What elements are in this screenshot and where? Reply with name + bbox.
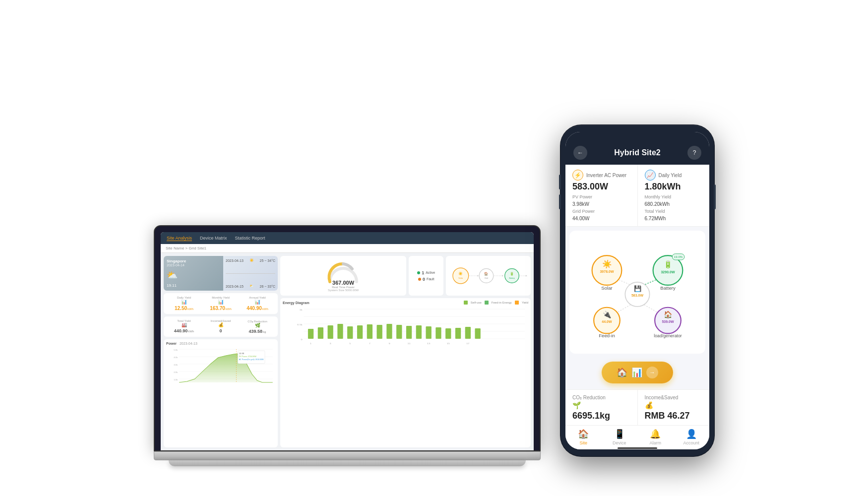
svg-text:5.0k: 5.0k (174, 349, 178, 351)
power-chart-card: Power 2023-04-13 (164, 339, 278, 447)
power-stats-row: ⚡ Inverter AC Power 583.00W PV Power 3.9… (565, 165, 709, 227)
phone-home-bar (565, 447, 709, 449)
co2-value: 6695.1kg (572, 411, 630, 421)
monthly-yield-value-row: 680.20kWh (645, 201, 703, 207)
phone-wrapper: ← Hybrid Site2 ? ⚡ Inverter AC Pow (560, 125, 714, 456)
phone-notch (613, 132, 662, 143)
income-value: RMB 46.27 (645, 411, 703, 421)
monthly-yield-row: Monthly Yield (645, 194, 703, 199)
svg-rect-53 (455, 328, 461, 339)
inverter-value: 583.00W (572, 182, 630, 192)
phone-back-button[interactable]: ← (573, 146, 587, 160)
inverter-header: ⚡ Inverter AC Power (572, 170, 630, 181)
co2-stat: CO₂ Reduction 🌱 6695.1kg (565, 390, 638, 425)
power-chart-title: Power 2023-04-13 (166, 342, 275, 345)
svg-text:Battery: Battery (509, 277, 515, 279)
alarm-tab-icon: 🔔 (650, 429, 661, 439)
power-chart-svg: 5.0k 4.0k 3.0k 2.0k 1.0k (166, 347, 275, 386)
svg-rect-40 (328, 325, 333, 339)
status-dot-fault (418, 278, 421, 281)
svg-rect-49 (416, 325, 422, 339)
svg-text:44.0W: 44.0W (602, 320, 612, 323)
income-stat: Income&Saved 💰 RMB 46.27 (638, 390, 710, 425)
svg-text:🔌: 🔌 (603, 310, 612, 319)
svg-text:Solar: Solar (601, 285, 613, 290)
svg-text:🏠: 🏠 (485, 272, 489, 276)
power-chart-area: 5.0k 4.0k 3.0k 2.0k 1.0k (166, 347, 275, 386)
phone-title: Hybrid Site2 (614, 148, 660, 157)
svg-point-20 (479, 269, 494, 283)
yield-row-bottom: Total Yield 🏭 440.90 kWh Income&Saved (164, 316, 278, 337)
laptop-screen: Site Analysis Device Matrix Statistic Re… (161, 232, 534, 450)
svg-marker-19 (477, 275, 479, 276)
svg-text:11: 11 (407, 343, 411, 345)
tab-device[interactable]: 📱 Device (602, 429, 638, 445)
inverter-stat: ⚡ Inverter AC Power 583.00W PV Power 3.9… (565, 165, 638, 226)
income-icon: 💰 (218, 322, 224, 327)
nav-device-matrix[interactable]: Device Matrix (200, 236, 227, 241)
yield-header: 📈 Daily Yield (645, 170, 703, 181)
svg-rect-48 (406, 326, 412, 339)
scene: Site Analysis Device Matrix Statistic Re… (87, 30, 781, 466)
svg-rect-47 (396, 325, 402, 339)
daily-yield-label: Daily Yield (659, 173, 682, 178)
annual-yield: Annual Yield 📊 440.90 kWh (240, 296, 275, 311)
energy-flow-section: ☀️ 3978.0W Solar 19.0% 🔋 3290.0W B (569, 231, 705, 354)
gauge-card: 367.00W Real Time Power System Size 5000… (280, 256, 406, 296)
alarm-tab-label: Alarm (649, 440, 661, 445)
account-tab-label: Account (683, 440, 699, 445)
total-yield-row: Total Yield (645, 209, 703, 214)
action-button[interactable]: 🏠 📊 → (602, 362, 673, 383)
svg-text:15: 15 (447, 343, 450, 345)
svg-text:9: 9 (388, 343, 390, 345)
daily-yield: Daily Yield 📊 12.50 kWh (167, 296, 201, 311)
svg-text:583.0W: 583.0W (631, 293, 644, 297)
phone-help-button[interactable]: ? (687, 146, 701, 160)
site-tab-label: Site (579, 440, 587, 445)
tab-alarm[interactable]: 🔔 Alarm (637, 429, 674, 445)
total-yield-value-row: 6.72MWh (645, 216, 703, 221)
weather-temp-next: 26 ~ 33°C (260, 285, 275, 288)
grid-power-value-row: 44.00W (572, 216, 630, 221)
grid-power-row: Grid Power (572, 209, 630, 214)
breadcrumb: Site Name > Grid Site1 (161, 244, 534, 253)
yield-icon: 📈 (645, 170, 656, 181)
laptop-main-content: Singapore 2023-04-14 ⛅ 19.11 (161, 253, 534, 450)
laptop-left-col: Singapore 2023-04-14 ⛅ 19.11 (164, 256, 278, 447)
svg-rect-51 (435, 327, 441, 339)
annual-yield-icon: 📊 (254, 299, 260, 305)
nav-statistic-report[interactable]: Statistic Report (235, 236, 265, 241)
svg-text:4.0k: 4.0k (174, 356, 178, 359)
svg-rect-52 (445, 328, 451, 339)
pv-power-value-row: 3.98kW (572, 201, 630, 207)
daily-yield-value: 1.80kWh (645, 182, 703, 192)
income-saved: Income&Saved 💰 0 (203, 319, 238, 334)
energy-bar-svg: 1k 0.5k 0 (283, 307, 528, 346)
svg-point-25 (505, 269, 519, 283)
home-indicator (618, 447, 657, 449)
svg-text:AC Power(On-grid): 2610.00W: AC Power(On-grid): 2610.00W (239, 359, 264, 361)
action-arrow: → (646, 367, 658, 378)
weather-date-prev: 2023-04-13 (226, 259, 244, 262)
tab-account[interactable]: 👤 Account (674, 429, 710, 445)
status-card: 1 Active 0 Fault (409, 256, 443, 296)
inverter-icon: ⚡ (572, 170, 583, 181)
monthly-yield: Monthly Yield 📊 163.70 kWh (203, 296, 238, 311)
flow-nodes-svg: ☀️ Solar 🏠 Grid (449, 261, 528, 291)
weather-date-next: 2023-04-15 (226, 285, 244, 288)
phone-power-button (714, 185, 716, 209)
svg-text:Grid: Grid (485, 277, 488, 279)
flow-diagram-container: ☀️ 3978.0W Solar 19.0% 🔋 3290.0W B (576, 238, 698, 347)
daily-yield-icon: 📊 (181, 299, 187, 305)
tab-site[interactable]: 🏠 Site (565, 429, 602, 445)
energy-chart-legend: Self-use Feed-in Energy Yield (464, 301, 528, 305)
nav-site-analysis[interactable]: Site Analysis (167, 236, 192, 241)
svg-rect-45 (377, 325, 382, 339)
weather-temp-prev: 25 ~ 34°C (260, 259, 275, 262)
total-yield-icon: 🏭 (182, 322, 187, 327)
co2-icon: 🌿 (255, 323, 260, 328)
svg-text:PV Power: 2724.00W: PV Power: 2724.00W (239, 356, 257, 358)
svg-text:0.5k: 0.5k (297, 324, 303, 326)
device-tab-label: Device (613, 440, 626, 445)
energy-chart-card: Energy Diagram Self-use Feed-in Energy Y… (280, 298, 531, 447)
